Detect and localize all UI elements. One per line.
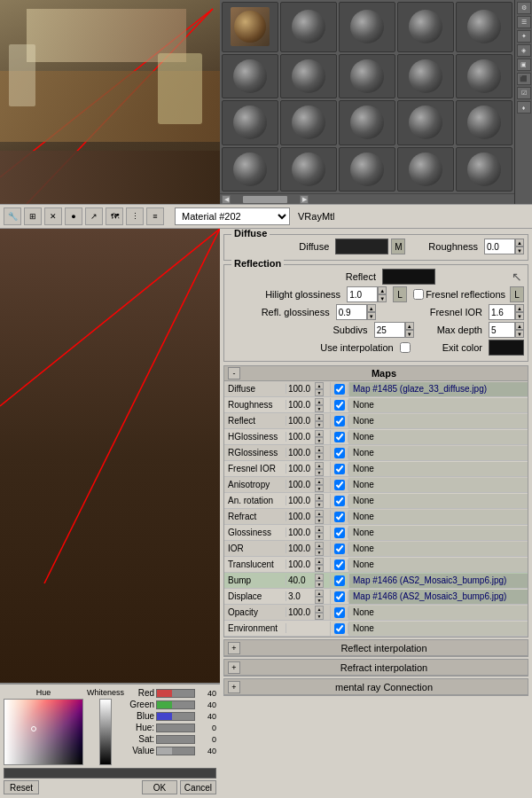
sphere-item-9[interactable]: [456, 54, 512, 99]
hue-saturation-picker[interactable]: [4, 699, 83, 765]
map-chk-hgloss[interactable]: [334, 432, 345, 442]
map-btn-refract[interactable]: None: [348, 510, 528, 524]
use-interp-checkbox[interactable]: [400, 342, 411, 353]
toolbar-icon-map[interactable]: 🗺: [106, 207, 123, 225]
map-up-glossiness[interactable]: ▲: [315, 526, 324, 533]
refl-gloss-input[interactable]: [336, 304, 367, 320]
max-depth-input[interactable]: [489, 322, 515, 338]
map-btn-glossiness[interactable]: None: [348, 526, 528, 540]
toolbar-btn-4[interactable]: ◈: [517, 44, 531, 57]
toolbar-icon-select[interactable]: ↗: [85, 207, 103, 225]
map-btn-bump[interactable]: Map #1466 (AS2_Mosaic3_bump6.jpg): [348, 574, 528, 588]
map-val-bump[interactable]: [286, 574, 315, 588]
toolbar-btn-2[interactable]: ☰: [517, 16, 531, 28]
toolbar-btn-7[interactable]: ☑: [517, 87, 531, 99]
map-val-reflect[interactable]: [286, 414, 315, 428]
roughness-up[interactable]: ▲: [515, 239, 524, 246]
max-depth-down[interactable]: ▼: [515, 330, 524, 338]
toolbar-icon-delete[interactable]: ✕: [44, 207, 62, 225]
scroll-right-arrow[interactable]: ▶: [300, 195, 309, 204]
map-up-anisotropy[interactable]: ▲: [315, 478, 324, 485]
map-dn-anrot[interactable]: ▼: [315, 501, 324, 508]
sphere-item-11[interactable]: [280, 100, 337, 145]
reset-button[interactable]: Reset: [4, 780, 39, 794]
map-val-fresnelior[interactable]: [286, 462, 315, 476]
map-dn-opacity[interactable]: ▼: [315, 613, 324, 620]
maps-minus-button[interactable]: -: [228, 367, 240, 379]
map-val-environment[interactable]: [286, 622, 322, 636]
hilight-down[interactable]: ▼: [378, 294, 387, 302]
material-name-select[interactable]: Material #202: [175, 207, 290, 225]
sphere-item-8[interactable]: [397, 54, 454, 99]
map-btn-rgloss[interactable]: None: [348, 446, 528, 460]
map-chk-ior[interactable]: [334, 544, 345, 554]
map-chk-anrot[interactable]: [334, 496, 345, 506]
map-chk-opacity[interactable]: [334, 607, 345, 618]
sphere-item-0[interactable]: [222, 2, 278, 52]
spheres-scrollbar[interactable]: ◀ ▶: [220, 193, 514, 204]
map-dn-bump[interactable]: ▼: [315, 581, 324, 588]
roughness-input[interactable]: [484, 239, 515, 254]
fresnel-checkbox[interactable]: [413, 289, 424, 300]
map-up-reflect[interactable]: ▲: [315, 414, 324, 421]
map-btn-hgloss[interactable]: None: [348, 430, 528, 444]
map-val-opacity[interactable]: [286, 606, 315, 620]
sphere-item-15[interactable]: [222, 147, 278, 192]
whiteness-slider[interactable]: [99, 699, 112, 765]
sphere-item-14[interactable]: [456, 100, 512, 145]
map-chk-anisotropy[interactable]: [334, 480, 345, 490]
map-btn-reflect[interactable]: None: [348, 414, 528, 428]
scroll-left-arrow[interactable]: ◀: [222, 195, 231, 204]
scroll-h-thumb[interactable]: [243, 196, 287, 203]
map-btn-diffuse[interactable]: Map #1485 (glaze_33_diffuse.jpg): [348, 382, 528, 396]
map-dn-ior[interactable]: ▼: [315, 549, 324, 556]
map-dn-glossiness[interactable]: ▼: [315, 533, 324, 540]
sphere-item-4[interactable]: [456, 2, 512, 52]
sphere-item-5[interactable]: [222, 54, 278, 99]
hilight-l-button[interactable]: L: [393, 286, 407, 302]
map-up-rgloss[interactable]: ▲: [315, 446, 324, 453]
map-val-translucent[interactable]: [286, 558, 315, 572]
toolbar-btn-5[interactable]: ▣: [517, 59, 531, 71]
map-val-diffuse[interactable]: [286, 382, 315, 396]
sphere-item-13[interactable]: [397, 100, 454, 145]
map-btn-translucent[interactable]: None: [348, 558, 528, 572]
map-btn-roughness[interactable]: None: [348, 398, 528, 412]
map-btn-anisotropy[interactable]: None: [348, 478, 528, 492]
map-dn-displace[interactable]: ▼: [315, 597, 324, 604]
diffuse-color-swatch[interactable]: [335, 239, 388, 254]
map-up-opacity[interactable]: ▲: [315, 606, 324, 613]
map-chk-translucent[interactable]: [334, 559, 345, 570]
refract-interp-toggle[interactable]: +: [228, 661, 240, 674]
toolbar-icon-sphere[interactable]: ●: [65, 207, 82, 225]
map-up-displace[interactable]: ▲: [315, 590, 324, 597]
map-val-anrot[interactable]: [286, 494, 315, 508]
map-btn-environment[interactable]: None: [348, 622, 528, 636]
sphere-item-17[interactable]: [339, 147, 395, 192]
map-btn-opacity[interactable]: None: [348, 606, 528, 620]
map-chk-refract[interactable]: [334, 512, 345, 522]
map-chk-bump[interactable]: [334, 575, 345, 586]
map-val-refract[interactable]: [286, 510, 315, 524]
fresnel-ior-up[interactable]: ▲: [515, 304, 524, 312]
fresnel-ior-down[interactable]: ▼: [515, 312, 524, 320]
toolbar-icon-material[interactable]: 🔧: [4, 207, 21, 225]
subdivs-down[interactable]: ▼: [405, 330, 414, 338]
hilight-up[interactable]: ▲: [378, 286, 387, 294]
map-up-ior[interactable]: ▲: [315, 542, 324, 549]
map-dn-reflect[interactable]: ▼: [315, 421, 324, 428]
fresnel-l-button[interactable]: L: [510, 286, 524, 302]
map-chk-displace[interactable]: [334, 591, 345, 602]
cancel-button[interactable]: Cancel: [180, 780, 216, 794]
map-up-roughness[interactable]: ▲: [315, 398, 324, 405]
refl-gloss-up[interactable]: ▲: [367, 304, 376, 312]
fresnel-ior-input[interactable]: [489, 304, 515, 320]
sphere-item-19[interactable]: [456, 147, 512, 192]
map-dn-fresnelior[interactable]: ▼: [315, 469, 324, 476]
max-depth-up[interactable]: ▲: [515, 322, 524, 330]
map-up-translucent[interactable]: ▲: [315, 558, 324, 565]
map-val-rgloss[interactable]: [286, 446, 315, 460]
map-dn-translucent[interactable]: ▼: [315, 565, 324, 572]
sphere-item-18[interactable]: [397, 147, 454, 192]
map-dn-anisotropy[interactable]: ▼: [315, 485, 324, 492]
